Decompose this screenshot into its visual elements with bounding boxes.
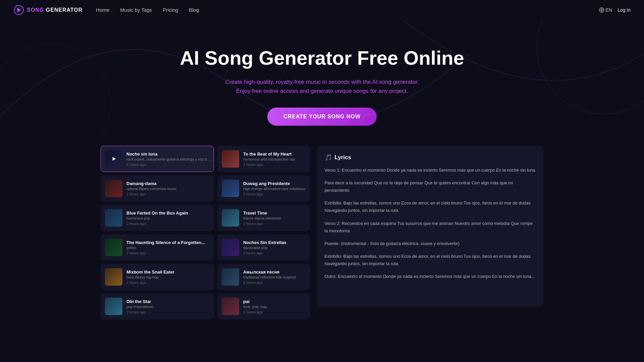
login-button[interactable]: Log In: [618, 7, 631, 13]
song-genre: pop inspirational: [126, 305, 210, 309]
song-genre: trance dance electronic: [243, 216, 305, 220]
song-genre: high energy alternative rock rebellious: [243, 187, 305, 191]
hero-subtitle: Create high-quality, royalty-free music …: [221, 77, 423, 96]
song-card[interactable]: Travel Time trance dance electronic 2 ho…: [217, 205, 310, 231]
song-card[interactable]: Obi the Star pop inspirational 2 hours a…: [101, 293, 214, 319]
song-card[interactable]: The Haunting Silence of a Forgotten... g…: [101, 234, 214, 260]
song-info: The Haunting Silence of a Forgotten... g…: [126, 240, 210, 255]
lyrics-paragraph: Estribillo: Bajo las estrellas, somos un…: [325, 199, 535, 214]
lyrics-title: Lyrics: [335, 154, 351, 161]
song-time: 2 hours ago: [243, 222, 305, 226]
lyrics-header: 🎵 Lyrics: [325, 154, 535, 161]
logo-icon: [13, 5, 24, 15]
lyrics-paragraph: Para decir a la oscuridad Que no te dejo…: [325, 179, 535, 194]
main-content: Noche sin luna rock suave, unicamente gu…: [87, 139, 557, 333]
song-title: Noches Sin Estrellas: [243, 240, 305, 245]
song-time: 2 hours ago: [243, 251, 305, 255]
navbar: SONG GENERATOR Home Music by Tags Pricin…: [0, 0, 644, 20]
lyrics-body: Verso 1: Encuentro el momento Donde ya n…: [325, 167, 535, 280]
song-card[interactable]: Damang-dama upbeat filipino christmas mu…: [101, 175, 214, 201]
nav-links: Home Music by Tags Pricing Blog: [96, 7, 599, 13]
lyrics-paragraph: Outro: Encuentro el momento Donde ya nad…: [325, 273, 535, 280]
song-genre: humorous pop: [126, 216, 210, 220]
song-title: Амылская песня: [243, 269, 305, 275]
song-thumbnail: [222, 209, 239, 227]
song-card[interactable]: pai funk, pop, trap 2 hours ago: [217, 293, 310, 319]
song-title: Travel Time: [243, 210, 305, 216]
create-song-button[interactable]: CREATE YOUR SONG NOW: [267, 108, 377, 126]
song-time: 2 hours ago: [126, 222, 210, 226]
lyrics-paragraph: Puente: (Instrumental - Solo de guitarra…: [325, 240, 535, 247]
nav-right: EN Log In: [599, 7, 631, 13]
song-time: 2 hours ago: [126, 163, 210, 167]
song-thumbnail: [105, 180, 122, 197]
song-thumbnail: [222, 268, 239, 286]
song-card[interactable]: Duwag ang Presidente high energy alterna…: [217, 175, 310, 201]
nav-music-by-tags[interactable]: Music by Tags: [120, 7, 152, 13]
song-genre: gothic: [126, 246, 210, 250]
song-card[interactable]: Noches Sin Estrellas danceable pop 2 hou…: [217, 234, 310, 260]
song-info: pai funk, pop, trap 2 hours ago: [243, 299, 305, 314]
song-info: Damang-dama upbeat filipino christmas mu…: [126, 181, 210, 196]
song-thumbnail: [105, 268, 122, 286]
lyrics-paragraph: Verso 1: Encuentro el momento Donde ya n…: [325, 167, 535, 174]
song-info: Noches Sin Estrellas danceable pop 2 hou…: [243, 240, 305, 255]
song-info: To the Beat of My Heart humorous and int…: [243, 152, 305, 167]
song-thumbnail: [222, 180, 239, 197]
song-title: The Haunting Silence of a Forgotten...: [126, 240, 210, 245]
song-thumbnail: [105, 150, 122, 168]
song-info: Obi the Star pop inspirational 2 hours a…: [126, 299, 210, 314]
song-info: Blue Farted On the Bus Again humorous po…: [126, 210, 210, 226]
song-time: 2 hours ago: [126, 310, 210, 314]
music-icon: 🎵: [325, 154, 332, 161]
song-time: 2 hours ago: [243, 192, 305, 196]
logo[interactable]: SONG GENERATOR: [13, 5, 83, 15]
song-title: pai: [243, 299, 305, 304]
song-time: 2 hours ago: [126, 281, 210, 285]
song-card[interactable]: To the Beat of My Heart humorous and int…: [217, 146, 310, 172]
song-info: Mixbom the Snail Eater bass-heavy hip-ho…: [126, 269, 210, 285]
song-time: 2 hours ago: [126, 251, 210, 255]
song-genre: bass-heavy hip-hop: [126, 275, 210, 279]
song-title: Obi the Star: [126, 299, 210, 304]
nav-blog[interactable]: Blog: [189, 7, 199, 13]
hero-section: AI Song Generator Free Online Create hig…: [0, 20, 644, 139]
lang-button[interactable]: EN: [599, 7, 612, 13]
song-genre: funk, pop, trap: [243, 305, 305, 309]
lyrics-panel: 🎵 Lyrics Verso 1: Encuentro el momento D…: [317, 146, 543, 307]
song-genre: humorous and introspective rap: [243, 157, 305, 161]
song-card[interactable]: Blue Farted On the Bus Again humorous po…: [101, 205, 214, 231]
song-card[interactable]: Амылская песня traditional reflective fo…: [217, 264, 310, 290]
globe-icon: [599, 7, 604, 13]
song-info: Noche sin luna rock suave, unicamente gu…: [126, 152, 210, 167]
song-info: Duwag ang Presidente high energy alterna…: [243, 181, 305, 196]
song-title: Mixbom the Snail Eater: [126, 269, 210, 275]
logo-text: SONG GENERATOR: [27, 7, 83, 13]
song-genre: danceable pop: [243, 246, 305, 250]
song-thumbnail: [222, 150, 239, 168]
nav-pricing[interactable]: Pricing: [163, 7, 178, 13]
song-title: Duwag ang Presidente: [243, 181, 305, 186]
song-title: Blue Farted On the Bus Again: [126, 210, 210, 216]
song-thumbnail: [105, 209, 122, 227]
song-genre: upbeat filipino christmas music: [126, 187, 210, 191]
lyrics-paragraph: Verso 2: Recuerdos en cada esquina Tus s…: [325, 220, 535, 235]
hero-title: AI Song Generator Free Online: [7, 47, 637, 69]
song-card[interactable]: Mixbom the Snail Eater bass-heavy hip-ho…: [101, 264, 214, 290]
song-list: Noche sin luna rock suave, unicamente gu…: [101, 146, 310, 319]
song-info: Travel Time trance dance electronic 2 ho…: [243, 210, 305, 226]
song-info: Амылская песня traditional reflective fo…: [243, 269, 305, 285]
song-thumbnail: [105, 298, 122, 315]
song-thumbnail: [222, 298, 239, 315]
song-title: To the Beat of My Heart: [243, 152, 305, 157]
song-title: Damang-dama: [126, 181, 210, 186]
song-genre: traditional reflective folk-inspired: [243, 275, 305, 279]
song-time: 2 hours ago: [126, 192, 210, 196]
lyrics-paragraph: Estribillo: Bajo las estrellas, somos un…: [325, 253, 535, 267]
song-time: 2 hours ago: [243, 163, 305, 167]
nav-home[interactable]: Home: [96, 7, 109, 13]
song-time: 2 hours ago: [243, 281, 305, 285]
song-card[interactable]: Noche sin luna rock suave, unicamente gu…: [101, 146, 214, 172]
song-thumbnail: [222, 239, 239, 256]
song-genre: rock suave, unicamente guitarra eléctrig…: [126, 157, 210, 161]
